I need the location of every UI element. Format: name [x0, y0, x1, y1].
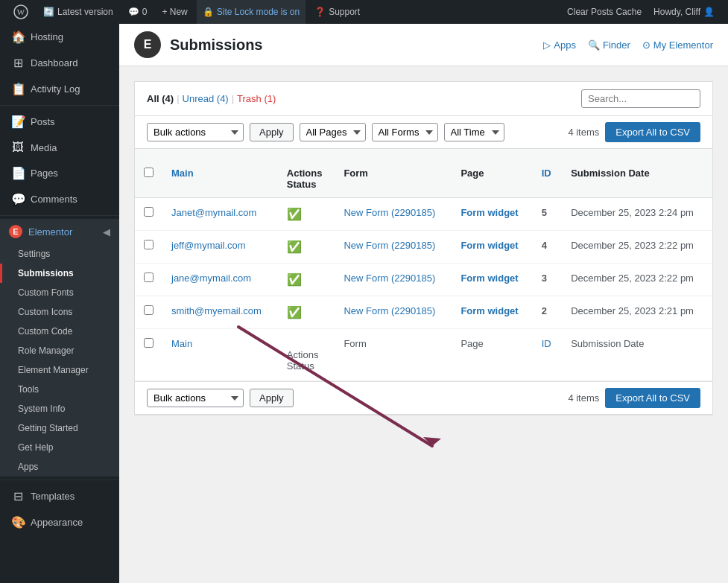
- form-link-0[interactable]: New Form (2290185): [344, 207, 435, 218]
- sort-id[interactable]: ID: [542, 168, 551, 179]
- select-all-footer-checkbox[interactable]: [144, 338, 153, 348]
- sidebar-item-get-help[interactable]: Get Help: [0, 438, 119, 457]
- forms-filter-select[interactable]: All Forms: [372, 123, 438, 141]
- sidebar-item-custom-icons[interactable]: Custom Icons: [0, 302, 119, 322]
- time-filter-select[interactable]: All Time: [444, 123, 504, 141]
- support-icon: ❓: [314, 7, 326, 17]
- bulk-actions-select-bottom[interactable]: Bulk actions: [147, 389, 244, 407]
- row-form-2: New Form (2290185): [335, 264, 452, 296]
- finder-btn[interactable]: 🔍 Finder: [588, 39, 630, 51]
- sidebar-item-element-manager[interactable]: Element Manager: [0, 360, 119, 380]
- sidebar-item-hosting[interactable]: 🏠 Hosting: [0, 24, 119, 50]
- footer-date-col: Submission Date: [562, 329, 712, 381]
- page-link-1[interactable]: Form widget: [460, 240, 518, 251]
- sidebar-item-role-manager[interactable]: Role Manager: [0, 341, 119, 360]
- wp-logo-btn[interactable]: W: [7, 0, 34, 24]
- submissions-panel: All (4) | Unread (4) | Trash (1): [134, 81, 713, 415]
- apply-button-bottom[interactable]: Apply: [250, 389, 294, 407]
- apps-btn[interactable]: ▷ Apps: [543, 39, 576, 51]
- footer-id-col: ID: [533, 329, 563, 381]
- row-status-0: ✅: [278, 198, 335, 231]
- email-link-0[interactable]: Janet@mymail.com: [171, 207, 269, 218]
- filter-trash[interactable]: Trash (1): [237, 93, 276, 104]
- sidebar-item-templates[interactable]: ⊟ Templates: [0, 483, 119, 509]
- email-link-1[interactable]: jeff@mymail.com: [171, 240, 269, 251]
- sidebar-item-getting-started[interactable]: Getting Started: [0, 418, 119, 438]
- sidebar-item-apps[interactable]: Apps: [0, 457, 119, 477]
- row-checkbox-3[interactable]: [144, 305, 153, 315]
- latest-version-btn[interactable]: 🔄 Latest version: [37, 0, 119, 24]
- sidebar-item-appearance[interactable]: 🎨 Appearance: [0, 509, 119, 535]
- howdy-btn[interactable]: Howdy, Cliff 👤: [648, 7, 721, 17]
- row-checkbox-1[interactable]: [144, 240, 153, 249]
- sidebar-item-custom-fonts[interactable]: Custom Fonts: [0, 283, 119, 302]
- sidebar-item-settings[interactable]: Settings: [0, 244, 119, 264]
- pages-icon: 📄: [11, 166, 25, 180]
- support-btn[interactable]: ❓ Support: [308, 0, 366, 24]
- sidebar-item-submissions[interactable]: Submissions: [0, 264, 119, 283]
- pages-filter-select[interactable]: All Pages: [300, 123, 366, 141]
- form-link-2[interactable]: New Form (2290185): [344, 273, 435, 284]
- comments-btn[interactable]: 💬 0: [122, 0, 153, 24]
- media-icon: 🖼: [11, 141, 25, 154]
- status-icon-0: ✅: [287, 208, 302, 220]
- email-link-2[interactable]: jane@mymail.com: [171, 273, 269, 284]
- row-id-0: 5: [533, 198, 563, 231]
- page-header: E Submissions ▷ Apps 🔍 Finder ⊙ My Eleme…: [119, 24, 728, 66]
- new-btn[interactable]: + New: [156, 0, 193, 24]
- select-all-checkbox[interactable]: [144, 168, 153, 177]
- sidebar-item-dashboard[interactable]: ⊞ Dashboard: [0, 50, 119, 76]
- submissions-table: Main Actions Status Form Page ID: [135, 149, 712, 381]
- page-header-actions: ▷ Apps 🔍 Finder ⊙ My Elementor: [543, 39, 713, 51]
- table-row: jeff@mymail.com ✅ New Form (2290185) For…: [135, 231, 712, 264]
- apply-button-top[interactable]: Apply: [250, 123, 294, 141]
- sidebar-item-tools[interactable]: Tools: [0, 380, 119, 399]
- page-link-0[interactable]: Form widget: [460, 207, 518, 218]
- row-status-2: ✅: [278, 264, 335, 296]
- form-link-1[interactable]: New Form (2290185): [344, 240, 435, 251]
- export-btn-bottom[interactable]: Export All to CSV: [605, 388, 700, 408]
- footer-sort-id[interactable]: ID: [542, 338, 551, 349]
- elementor-icon: E: [9, 225, 22, 238]
- site-lock-btn[interactable]: 🔒 Site Lock mode is on: [197, 0, 306, 24]
- my-elementor-btn[interactable]: ⊙ My Elementor: [642, 39, 713, 51]
- row-date-0: December 25, 2023 2:24 pm: [562, 198, 712, 231]
- search-input[interactable]: [581, 89, 700, 108]
- filter-all[interactable]: All (4): [147, 93, 174, 104]
- row-checkbox-2[interactable]: [144, 273, 153, 282]
- email-link-3[interactable]: smith@myemail.com: [171, 305, 269, 316]
- row-page-1: Form widget: [452, 231, 532, 264]
- sidebar-item-posts[interactable]: 📝 Posts: [0, 109, 119, 135]
- form-link-3[interactable]: New Form (2290185): [344, 305, 435, 316]
- sidebar-item-pages[interactable]: 📄 Pages: [0, 160, 119, 186]
- lock-icon: 🔒: [203, 7, 214, 17]
- row-form-0: New Form (2290185): [335, 198, 452, 231]
- row-form-1: New Form (2290185): [335, 231, 452, 264]
- footer-sort-main[interactable]: Main: [171, 338, 192, 349]
- bulk-actions-select[interactable]: Bulk actions: [147, 123, 244, 141]
- sidebar-item-activity-log[interactable]: 📋 Activity Log: [0, 76, 119, 102]
- page-link-3[interactable]: Form widget: [460, 305, 518, 316]
- finder-icon: 🔍: [588, 39, 600, 51]
- row-checkbox-0[interactable]: [144, 207, 153, 217]
- sidebar-item-appearance-label: Appearance: [31, 517, 83, 528]
- content-area: All (4) | Unread (4) | Trash (1): [119, 66, 728, 583]
- sidebar-item-custom-code[interactable]: Custom Code: [0, 322, 119, 341]
- comments-sidebar-icon: 💬: [11, 192, 25, 206]
- new-label: + New: [162, 7, 187, 17]
- filter-unread[interactable]: Unread (4): [183, 93, 229, 104]
- export-btn-top[interactable]: Export All to CSV: [605, 122, 700, 142]
- sidebar-item-elementor[interactable]: E Elementor ◀: [0, 219, 119, 244]
- items-count-top: 4 items: [568, 127, 599, 138]
- activity-log-icon: 📋: [11, 82, 25, 96]
- page-link-2[interactable]: Form widget: [460, 273, 518, 284]
- sidebar-item-system-info[interactable]: System Info: [0, 399, 119, 418]
- sort-main[interactable]: Main: [171, 168, 194, 179]
- user-avatar-icon: 👤: [703, 7, 715, 17]
- clear-cache-btn[interactable]: Clear Posts Cache: [561, 7, 648, 17]
- footer-main-col: Main: [162, 329, 278, 381]
- row-page-2: Form widget: [452, 264, 532, 296]
- sidebar-item-media[interactable]: 🖼 Media: [0, 135, 119, 160]
- sidebar-item-comments[interactable]: 💬 Comments: [0, 186, 119, 212]
- sidebar-sep-3: [0, 480, 119, 480]
